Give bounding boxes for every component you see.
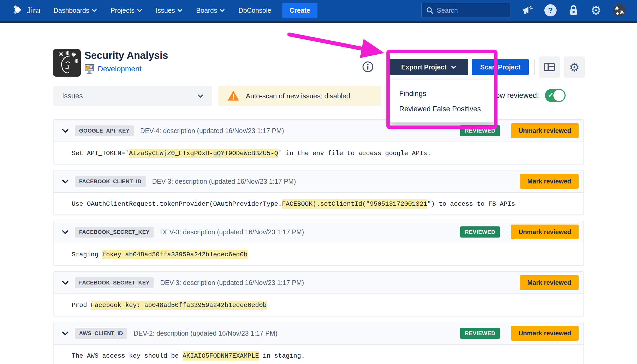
export-dropdown-menu: Findings Reviewed False Positives [390,80,494,122]
chevron-down-icon [197,94,203,98]
jira-logo-icon [12,5,23,16]
collapse-chevron-icon[interactable] [62,179,68,183]
show-reviewed-toggle[interactable]: ✓ [545,89,566,102]
finding-description: Use OAuthClientRequest.tokenProvider(OAu… [54,193,583,215]
finding-card: FACEBOOK_SECRET_KEY DEV-3: description (… [53,271,584,316]
create-button[interactable]: Create [282,3,317,18]
project-breadcrumb: Development [84,64,141,74]
finding-type-badge: AWS_CLIENT_ID [75,328,127,339]
lock-icon[interactable] [568,5,579,16]
annotation-arrow-shaft [289,34,363,49]
chevron-down-icon [178,9,182,12]
show-reviewed-control: Show reviewed: ✓ [487,88,566,103]
show-reviewed-label: Show reviewed: [487,91,539,100]
toggle-knob [553,90,565,101]
help-icon[interactable]: ? [544,4,557,16]
nav-item-issues[interactable]: Issues [156,7,182,14]
reviewed-status-badge: REVIEWED [460,328,500,339]
autoscan-warning-banner: Auto-scan of new issues: disabled. [218,86,381,106]
chevron-down-icon [220,9,225,12]
secret-highlight: AIzaSyCLWjZ0_ETxgPOxH-gQYT9ODeWcBBZU5-Q [129,149,278,158]
mark-reviewed-button[interactable]: Mark reviewed [520,275,579,290]
jira-logo[interactable]: Jira [12,5,41,16]
finding-header: FACEBOOK_SECRET_KEY DEV-3: description (… [54,272,583,294]
nav-item-dashboards[interactable]: Dashboards [54,7,97,14]
gear-icon: ⚙ [569,60,579,74]
finding-header: FACEBOOK_CLIENT_ID DEV-3: description (u… [54,170,583,193]
user-avatar[interactable] [613,4,626,17]
finding-type-badge: FACEBOOK_CLIENT_ID [75,176,146,187]
page-settings-button[interactable]: ⚙ [564,56,585,78]
finding-card: AWS_CLIENT_ID DEV-2: description (update… [53,322,584,364]
chevron-down-icon [137,9,142,12]
finding-description: Set API_TOKEN='AIzaSyCLWjZ0_ETxgPOxH-gQY… [54,142,583,164]
finding-description: Prod Facebook key: ab048ad50ffa33959a242… [54,294,583,316]
announcements-icon[interactable] [522,5,533,16]
unmark-reviewed-button[interactable]: Unmark reviewed [511,225,579,239]
nav-item-dbconsole[interactable]: DbConsole [238,7,271,14]
project-avatar [53,49,81,77]
nav-menu: Dashboards Projects Issues Boards DbCons… [54,7,271,14]
page-title: Security Analysis [84,50,168,61]
brand-name: Jira [27,6,41,15]
collapse-chevron-icon[interactable] [62,129,68,133]
finding-header: AWS_CLIENT_ID DEV-2: description (update… [54,322,583,345]
warning-icon [228,91,239,101]
finding-description: Staging fbkey ab048ad50ffa33959a242b1ece… [54,243,583,266]
menu-item-findings[interactable]: Findings [390,86,494,101]
issue-type-select[interactable]: Issues [53,86,212,106]
layout-panel-button[interactable] [539,56,560,78]
security-analysis-page: Jira Dashboards Projects Issues Boards D… [0,0,637,364]
info-icon[interactable] [362,61,374,73]
secret-highlight: FACEBOOK).setClientId("950513172001321 [282,199,427,209]
finding-type-badge: FACEBOOK_SECRET_KEY [75,277,154,288]
annotation-arrow-head [360,39,384,58]
chevron-down-icon [451,65,456,69]
finding-description: The AWS access key should be AKIAIO5FODN… [54,345,583,364]
search-box[interactable] [421,3,510,18]
nav-icon-group: ? ⚙ [522,4,626,17]
collapse-chevron-icon[interactable] [62,280,68,285]
finding-title: DEV-3: description (updated 16/Nov/23 1:… [160,228,304,236]
collapse-chevron-icon[interactable] [62,230,68,234]
toolbar-divider [534,59,535,75]
menu-item-reviewed-false-positives[interactable]: Reviewed False Positives [390,101,494,117]
settings-gear-icon[interactable]: ⚙ [591,4,601,16]
finding-title: DEV-4: description (updated 16/Nov/23 1:… [140,127,284,135]
scan-project-button[interactable]: Scan Project [472,59,529,75]
secret-highlight: AKIAIO5FODNN7EXAMPLE [183,351,259,361]
nav-item-projects[interactable]: Projects [110,7,142,14]
search-input[interactable] [437,7,506,14]
secure-computer-icon [84,64,95,74]
secret-highlight: Facebook key: ab048ad50ffa33959a242b1ece… [91,301,267,310]
mark-reviewed-button[interactable]: Mark reviewed [520,174,579,189]
search-icon [426,7,433,14]
check-icon: ✓ [548,91,554,99]
finding-card: GOOGLE_API_KEY DEV-4: description (updat… [53,119,584,164]
finding-header: GOOGLE_API_KEY DEV-4: description (updat… [54,120,583,142]
top-nav-bar: Jira Dashboards Projects Issues Boards D… [0,0,637,23]
secret-highlight: fbkey ab048ad50ffa33959a242b1ecec6ed0b [102,250,247,259]
layout-panel-icon [544,63,555,71]
reviewed-status-badge: REVIEWED [460,226,500,238]
project-link-development[interactable]: Development [98,65,141,73]
finding-header: FACEBOOK_SECRET_KEY DEV-3: description (… [54,221,583,243]
finding-card: FACEBOOK_CLIENT_ID DEV-3: description (u… [53,170,584,215]
finding-type-badge: GOOGLE_API_KEY [75,125,134,136]
unmark-reviewed-button[interactable]: Unmark reviewed [511,123,579,138]
finding-title: DEV-3: description (updated 16/Nov/23 1:… [160,279,304,287]
finding-type-badge: FACEBOOK_SECRET_KEY [75,227,154,238]
warning-text: Auto-scan of new issues: disabled. [246,92,352,100]
collapse-chevron-icon[interactable] [62,331,68,335]
reviewed-status-badge: REVIEWED [460,125,500,136]
unmark-reviewed-button[interactable]: Unmark reviewed [511,326,579,341]
finding-title: DEV-2: description (updated 16/Nov/23 1:… [134,330,277,337]
chevron-down-icon [92,9,97,12]
finding-title: DEV-3: description (updated 16/Nov/23 1:… [152,178,296,185]
finding-card: FACEBOOK_SECRET_KEY DEV-3: description (… [53,221,584,266]
export-project-button[interactable]: Export Project [389,59,468,75]
nav-item-boards[interactable]: Boards [196,7,225,14]
